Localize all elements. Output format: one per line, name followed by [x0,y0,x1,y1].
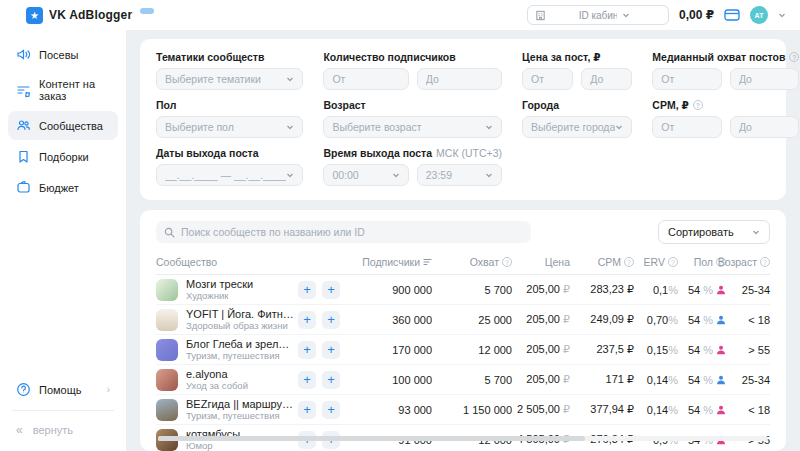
time-to-select[interactable]: 23:59 [417,164,502,186]
help-label: Помощь [39,384,82,396]
community-cell[interactable]: YOFIT | Йога. Фитнес Здоровый образ жизн… [156,308,294,331]
add-to-seeding-button[interactable]: + [298,311,316,329]
add-to-collection-button[interactable]: + [322,311,340,329]
help-icon[interactable] [624,257,634,267]
help-icon[interactable] [789,52,799,62]
reach-value: 5 700 [432,284,512,296]
add-to-seeding-button[interactable]: + [298,281,316,299]
chevron-down-icon [286,123,294,131]
add-to-collection-button[interactable]: + [322,341,340,359]
filter-label: Количество подписчиков [323,51,502,63]
megaphone-icon [16,47,31,62]
sidebar-item-communities[interactable]: Сообщества [8,111,118,140]
filter-cpm: CPM, ₽ [652,99,799,138]
subscribers-value: 360 000 [348,314,432,326]
reach-value: 25 000 [432,314,512,326]
sidebar-item-label: Сообщества [39,120,103,132]
price-from-input[interactable] [522,68,573,90]
cabinet-selector[interactable]: ID кабинета: 71 [527,5,669,25]
community-search[interactable] [156,221,531,243]
sidebar-item-collections[interactable]: Подборки [8,142,118,171]
search-input[interactable] [181,226,523,238]
sidebar-item-seeding[interactable]: Посевы [8,40,118,69]
vk-star-icon: ★ [26,7,43,24]
table-row: Мозги трески Художник + + 900 000 5 700 … [156,275,770,305]
price-value: 205,00 ₽ [512,283,570,296]
cpm-value: 377,94 ₽ [570,403,634,416]
community-avatar [156,279,178,301]
gender-select[interactable]: Выберите пол [156,116,303,138]
help-icon[interactable] [760,257,770,267]
sort-select[interactable]: Сортировать [658,220,770,244]
main-area: Тематики сообществ Выберите тематики Кол… [126,30,800,451]
gender-value: 54% [678,314,726,326]
community-name: BEZгида || маршруты от Олега... [186,398,294,410]
post-dates-select[interactable]: __.__.____ — __.__.____ [156,164,303,186]
question-circle-icon [16,382,31,397]
erv-value: 0,14% [634,374,678,386]
add-to-collection-button[interactable]: + [322,371,340,389]
community-cell[interactable]: BEZгида || маршруты от Олега... Туризм, … [156,398,294,421]
cpm-to-input[interactable] [730,116,800,138]
add-to-seeding-button[interactable]: + [298,341,316,359]
price-value: 205,00 ₽ [512,343,570,356]
chevron-down-icon [752,228,760,236]
person-icon [716,285,726,295]
reach-value: 5 700 [432,374,512,386]
help-icon[interactable] [668,257,678,267]
sort-label: Сортировать [668,226,734,238]
double-chevron-left-icon: « [16,423,23,437]
community-cell[interactable]: Блог Глеба и зрелищ... Туризм, путешеств… [156,338,294,361]
help-icon[interactable] [502,257,512,267]
erv-value: 0,1% [634,284,678,296]
bookmark-icon [16,149,31,164]
gender-value: 54% [678,374,726,386]
col-reach: Охват [432,256,512,268]
add-to-collection-button[interactable]: + [322,401,340,419]
help-icon[interactable] [693,100,703,110]
community-cell[interactable]: Мозги трески Художник [156,278,294,301]
price-to-input[interactable] [581,68,632,90]
collapse-sidebar-button[interactable]: « вернуть [8,417,118,443]
app-logo[interactable]: ★ VK AdBlogger [26,7,154,24]
chevron-down-icon [615,123,623,131]
sidebar-item-budget[interactable]: Бюджет [8,173,118,202]
gender-value: 54% [678,284,726,296]
time-from-select[interactable]: 00:00 [323,164,408,186]
median-reach-from-input[interactable] [652,68,722,90]
median-reach-to-input[interactable] [730,68,800,90]
help-button[interactable]: Помощь › [8,375,118,404]
cities-select[interactable]: Выберите города [522,116,632,138]
topics-select[interactable]: Выберите тематики [156,68,303,90]
filter-post-price: Цена за пост, ₽ [522,51,632,90]
price-value: 2 505,00 ₽ [512,403,570,416]
col-age: Возраст [726,256,770,268]
community-cell[interactable]: e.alyona Уход за собой [156,368,294,391]
col-cpm: CPM [570,256,634,268]
age-select[interactable]: Выберите возраст [323,116,502,138]
add-to-collection-button[interactable]: + [322,281,340,299]
col-erv: ERV [634,256,678,268]
chevron-down-icon [485,171,493,179]
chevron-down-icon [286,75,294,83]
add-to-seeding-button[interactable]: + [298,371,316,389]
community-avatar [156,339,178,361]
account-chevron-icon[interactable] [778,11,786,19]
price-value: 205,00 ₽ [512,373,570,386]
subscribers-to-input[interactable] [417,68,502,90]
community-category: Уход за собой [186,380,248,391]
subscribers-from-input[interactable] [323,68,408,90]
cpm-from-input[interactable] [652,116,722,138]
price-value: 205,00 ₽ [512,313,570,326]
community-category: Юмор [186,440,240,451]
add-to-seeding-button[interactable]: + [298,401,316,419]
chevron-down-icon [622,11,661,19]
user-avatar[interactable]: АТ [750,6,768,24]
filter-label: Города [522,99,632,111]
col-subscribers[interactable]: Подписчики [348,256,432,268]
filter-gender: Пол Выберите пол [156,99,303,138]
scrollbar-thumb[interactable] [158,436,585,441]
wallet-icon[interactable] [724,8,740,22]
col-community: Сообщество [156,256,294,268]
sidebar-item-content-order[interactable]: Контент на заказ [8,71,118,109]
